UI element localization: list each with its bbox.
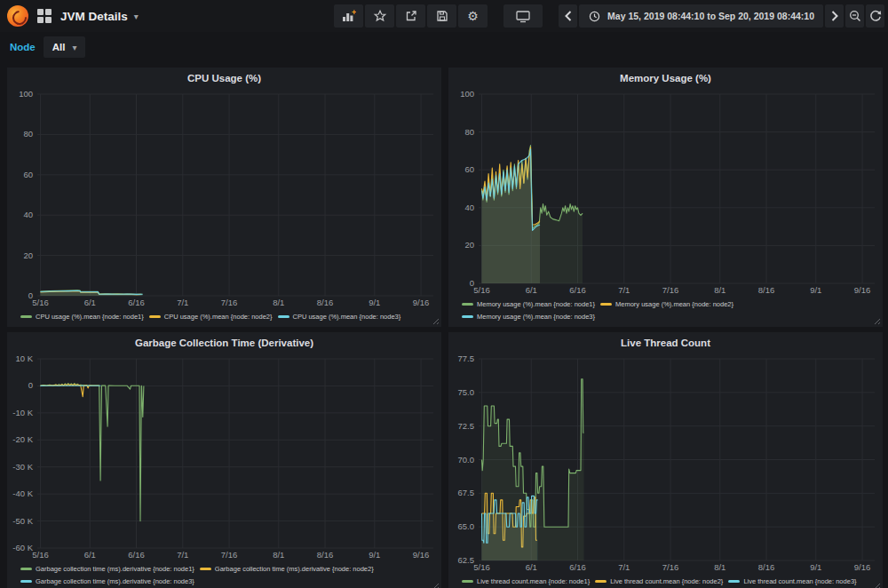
axis-tick-label: 5/16: [32, 298, 49, 307]
axis-tick-label: 8/1: [714, 562, 725, 572]
legend-series-name: Memory usage (%).mean {node: node1}: [477, 300, 595, 308]
axis-tick-label: 5/16: [473, 285, 490, 295]
legend-item[interactable]: Garbage collection time (ms).derivative …: [20, 565, 194, 573]
axis-tick-label: 8/1: [273, 298, 284, 307]
axis-tick-label: 9/16: [854, 562, 871, 572]
axis-tick-label: 6/16: [569, 562, 586, 572]
legend-series-color: [462, 303, 473, 306]
axis-tick-label: 80: [464, 127, 474, 137]
legend-item[interactable]: CPU usage (%).mean {node: node1}: [20, 313, 144, 321]
chart-svg: 0204060801005/166/16/167/17/168/18/169/1…: [7, 87, 441, 310]
legend-item[interactable]: Memory usage (%).mean {node: node3}: [462, 313, 595, 321]
axis-tick-label: -50 K: [12, 516, 33, 526]
panel-title[interactable]: CPU Usage (%): [7, 68, 441, 87]
legend-item[interactable]: Memory usage (%).mean {node: node1}: [462, 300, 595, 308]
dashboard-grid: CPU Usage (%) 0204060801005/166/16/167/1…: [0, 0, 888, 588]
axis-tick-label: 70.0: [458, 455, 475, 465]
panel-memory-usage: Memory Usage (%) 0204060801005/166/16/16…: [448, 68, 883, 327]
axis-tick-label: 9/1: [810, 285, 821, 295]
legend-item[interactable]: Live thread count.mean {node: node1}: [462, 577, 590, 585]
axis-tick-label: 7/1: [177, 298, 188, 307]
axis-tick-label: 8/16: [758, 285, 775, 295]
legend-series-name: Live thread count.mean {node: node3}: [743, 577, 856, 585]
axis-tick-label: 9/16: [413, 298, 430, 307]
axis-tick-label: 7/1: [177, 550, 188, 560]
axis-tick-label: -20 K: [12, 434, 33, 444]
axis-tick-label: -40 K: [12, 489, 33, 498]
axis-tick-label: 9/1: [369, 298, 380, 307]
axis-tick-label: 72.5: [458, 421, 475, 431]
axis-tick-label: 6/1: [526, 562, 537, 572]
memory-usage-chart[interactable]: 0204060801005/166/16/167/17/168/18/169/1…: [448, 87, 883, 298]
axis-tick-label: 7/16: [662, 562, 679, 572]
legend-row: Garbage collection time (ms).derivative …: [20, 562, 441, 575]
legend-series-color: [20, 315, 32, 318]
legend-series-name: CPU usage (%).mean {node: node3}: [293, 313, 401, 321]
legend-series-name: Garbage collection time (ms).derivative …: [215, 565, 374, 573]
legend-series-name: Live thread count.mean {node: node1}: [477, 577, 590, 585]
axis-tick-label: 67.5: [458, 488, 475, 497]
legend-item[interactable]: Garbage collection time (ms).derivative …: [20, 577, 194, 585]
axis-tick-label: 8/16: [317, 298, 334, 307]
axis-tick-label: 80: [23, 129, 33, 139]
live-thread-count-chart[interactable]: 62.565.067.570.072.575.077.55/166/16/167…: [448, 352, 883, 575]
axis-tick-label: 75.0: [458, 387, 475, 397]
axis-tick-label: 6/16: [569, 285, 586, 295]
axis-tick-label: 10 K: [15, 354, 33, 363]
legend-row: Memory usage (%).mean {node: node3}: [462, 310, 883, 322]
legend-item[interactable]: CPU usage (%).mean {node: node3}: [278, 313, 401, 321]
axis-tick-label: 6/16: [128, 298, 145, 307]
legend-series-color: [20, 568, 32, 570]
gc-time-chart[interactable]: 10 K0-10 K-20 K-30 K-40 K-50 K-60 K5/166…: [7, 352, 441, 562]
panel-cpu-usage: CPU Usage (%) 0204060801005/166/16/167/1…: [7, 68, 441, 327]
legend-series-color: [728, 580, 740, 583]
axis-tick-label: 7/16: [221, 298, 238, 307]
legend-series-name: Live thread count.mean {node: node2}: [610, 577, 723, 585]
legend-row: Live thread count.mean {node: node1}Live…: [462, 575, 883, 587]
panel-title[interactable]: Live Thread Count: [448, 332, 883, 352]
axis-tick-label: 9/16: [854, 285, 871, 295]
axis-tick-label: 40: [23, 210, 33, 219]
axis-tick-label: 7/1: [618, 285, 630, 295]
axis-tick-label: 60: [23, 170, 33, 179]
axis-tick-label: -60 K: [12, 543, 33, 552]
legend-item[interactable]: Live thread count.mean {node: node2}: [595, 577, 723, 585]
legend-series-name: CPU usage (%).mean {node: node1}: [36, 313, 144, 321]
axis-tick-label: 0: [28, 380, 33, 390]
axis-tick-label: 7/16: [662, 285, 679, 295]
legend-item[interactable]: Live thread count.mean {node: node3}: [728, 577, 856, 585]
chart-svg: 10 K0-10 K-20 K-30 K-40 K-50 K-60 K5/166…: [7, 352, 441, 562]
axis-tick-label: -30 K: [12, 462, 33, 472]
axis-tick-label: 62.5: [458, 555, 475, 565]
series-fill: [41, 384, 144, 521]
legend: Garbage collection time (ms).derivative …: [7, 562, 441, 588]
axis-tick-label: 60: [464, 164, 474, 174]
legend-item[interactable]: CPU usage (%).mean {node: node2}: [149, 313, 273, 321]
legend-series-color: [200, 568, 211, 570]
legend-item[interactable]: Garbage collection time (ms).derivative …: [200, 565, 374, 573]
legend-series-color: [462, 315, 473, 318]
panel-title[interactable]: Garbage Collection Time (Derivative): [7, 332, 441, 352]
legend-row: Garbage collection time (ms).derivative …: [20, 575, 441, 587]
axis-tick-label: 6/1: [84, 298, 96, 307]
axis-tick-label: 5/16: [473, 562, 490, 572]
legend-row: Memory usage (%).mean {node: node1}Memor…: [462, 298, 883, 310]
axis-tick-label: 77.5: [458, 354, 475, 363]
legend-item[interactable]: Memory usage (%).mean {node: node2}: [600, 300, 733, 308]
axis-tick-label: 9/1: [810, 562, 821, 572]
axis-tick-label: 8/16: [317, 550, 334, 560]
legend-series-name: CPU usage (%).mean {node: node2}: [164, 313, 273, 321]
axis-tick-label: 100: [460, 89, 474, 99]
axis-tick-label: 6/1: [84, 550, 96, 560]
legend: Live thread count.mean {node: node1}Live…: [448, 575, 883, 588]
panel-gc-time: Garbage Collection Time (Derivative) 10 …: [7, 332, 441, 588]
panel-title[interactable]: Memory Usage (%): [448, 68, 883, 87]
legend: CPU usage (%).mean {node: node1}CPU usag…: [7, 310, 441, 327]
axis-tick-label: 20: [464, 240, 474, 250]
legend: Memory usage (%).mean {node: node1}Memor…: [448, 298, 883, 327]
cpu-usage-chart[interactable]: 0204060801005/166/16/167/17/168/18/169/1…: [7, 87, 441, 310]
legend-series-color: [149, 315, 161, 318]
chart-svg: 0204060801005/166/16/167/17/168/18/169/1…: [448, 87, 883, 298]
legend-series-color: [600, 303, 612, 306]
axis-tick-label: 8/16: [758, 562, 775, 572]
